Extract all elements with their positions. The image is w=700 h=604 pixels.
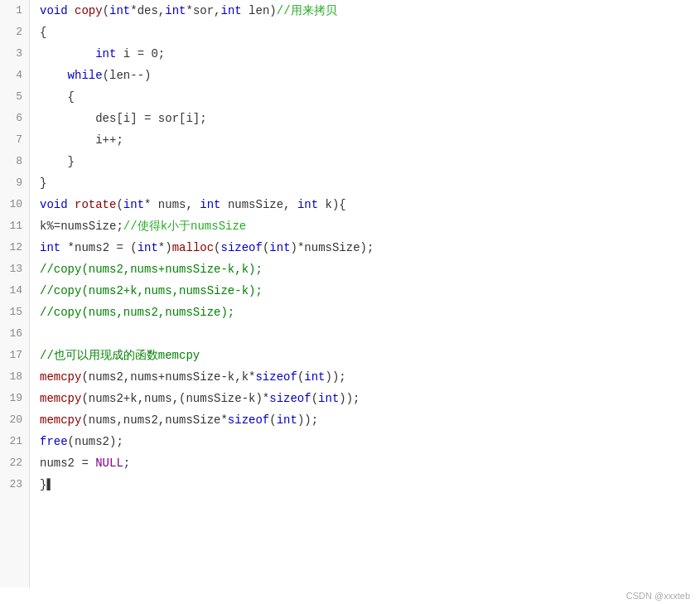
code-token: int [277, 413, 297, 427]
code-token [40, 69, 68, 82]
code-token: malloc [172, 241, 214, 254]
code-token: //copy(nums2,nums+numsSize-k,k); [40, 263, 263, 276]
code-token: memcpy [40, 370, 81, 384]
code-token: sizeof [221, 241, 263, 254]
code-line: int *nums2 = (int*)malloc(sizeof(int)*nu… [40, 237, 690, 259]
code-editor: 1234567891011121314151617181920212223 vo… [0, 0, 700, 587]
code-token: int [318, 392, 339, 405]
code-line: nums2 = NULL; [40, 452, 690, 474]
code-token: (len--) [103, 69, 152, 82]
code-token: len) [242, 4, 277, 17]
code-line: free(nums2); [40, 431, 690, 452]
code-token: )*numsSize); [291, 241, 374, 254]
line-number: 1 [7, 0, 22, 22]
code-token: 0 [151, 47, 157, 60]
code-token: ; [158, 47, 165, 60]
code-token: memcpy [40, 392, 81, 405]
code-token: rotate [75, 198, 116, 211]
code-content: void copy(int*des,int*sor,int len)//用来拷贝… [30, 0, 700, 587]
code-token: int [165, 4, 186, 17]
code-token: *nums2 = ( [60, 241, 137, 254]
code-token: ; [123, 457, 130, 470]
code-token: //也可以用现成的函数memcpy [40, 349, 200, 362]
code-token: i = [116, 47, 151, 60]
code-line: k%=numsSize;//使得k小于numsSize [40, 215, 690, 237]
line-number: 15 [7, 302, 22, 323]
code-token: (nums2); [68, 435, 123, 448]
code-token: (nums2+k,nums,(numsSize-k)* [81, 392, 269, 405]
code-token: //用来拷贝 [277, 4, 337, 17]
code-token: int [200, 198, 220, 211]
code-token [40, 47, 95, 60]
code-token: ▌ [46, 478, 53, 491]
code-line: }▌ [40, 474, 690, 495]
code-line: } [40, 172, 690, 194]
line-number: 22 [7, 452, 22, 474]
code-token: )); [326, 370, 346, 384]
code-token: void [40, 198, 75, 211]
code-token: nums2 = [40, 457, 95, 470]
code-token: numsSize, [221, 198, 297, 211]
line-number: 6 [7, 108, 22, 129]
code-token: NULL [95, 457, 123, 470]
code-token: int [304, 370, 325, 384]
line-number: 17 [7, 345, 22, 366]
line-number: 5 [7, 86, 22, 108]
code-line [40, 323, 690, 345]
code-line: void rotate(int* nums, int numsSize, int… [40, 194, 690, 215]
code-token: sizeof [228, 413, 269, 427]
line-number: 3 [7, 43, 22, 65]
line-number: 2 [7, 22, 22, 43]
code-line: i++; [40, 129, 690, 151]
line-number: 18 [7, 366, 22, 388]
code-token: des[i] = sor[i]; [40, 112, 207, 125]
line-number: 19 [7, 388, 22, 409]
line-number: 12 [7, 237, 22, 259]
code-token: ( [269, 413, 276, 427]
code-token: } [40, 176, 46, 190]
line-number: 10 [7, 194, 22, 215]
code-token: while [68, 69, 103, 82]
code-token: * nums, [144, 198, 200, 211]
code-token: sizeof [269, 392, 311, 405]
code-token: void [40, 4, 75, 17]
code-token: int [221, 4, 242, 17]
code-token: int [138, 241, 158, 254]
code-line: { [40, 22, 690, 43]
line-number: 8 [7, 151, 22, 172]
code-line: //copy(nums2,nums+numsSize-k,k); [40, 259, 690, 280]
line-number: 13 [7, 259, 22, 280]
code-token: int [269, 241, 290, 254]
line-number: 21 [7, 431, 22, 452]
code-token: i++; [40, 133, 123, 147]
code-token: memcpy [40, 413, 81, 427]
code-line: void copy(int*des,int*sor,int len)//用来拷贝 [40, 0, 690, 22]
code-token: int [297, 198, 318, 211]
code-token: { [40, 90, 75, 104]
code-token: *) [158, 241, 172, 254]
code-line: while(len--) [40, 65, 690, 86]
code-token: *des, [130, 4, 165, 17]
code-token: free [40, 435, 68, 448]
code-token: ( [103, 4, 109, 17]
code-token: )); [297, 413, 318, 427]
line-number: 4 [7, 65, 22, 86]
code-token: ( [116, 198, 123, 211]
line-number: 7 [7, 129, 22, 151]
code-line: } [40, 151, 690, 172]
code-token: //使得k小于numsSize [123, 220, 246, 233]
line-number: 20 [7, 409, 22, 431]
code-line: //copy(nums,nums2,numsSize); [40, 302, 690, 323]
code-token: ( [214, 241, 220, 254]
code-line: { [40, 86, 690, 108]
line-number: 23 [7, 474, 22, 495]
footer-credit: CSDN @xxxteb [626, 587, 690, 604]
code-token: k){ [318, 198, 346, 211]
code-line: des[i] = sor[i]; [40, 108, 690, 129]
line-number: 9 [7, 172, 22, 194]
code-token: //copy(nums,nums2,numsSize); [40, 306, 234, 319]
code-line: memcpy(nums2+k,nums,(numsSize-k)*sizeof(… [40, 388, 690, 409]
code-line: //也可以用现成的函数memcpy [40, 345, 690, 366]
code-token: int [123, 198, 144, 211]
code-line: //copy(nums2+k,nums,numsSize-k); [40, 280, 690, 302]
